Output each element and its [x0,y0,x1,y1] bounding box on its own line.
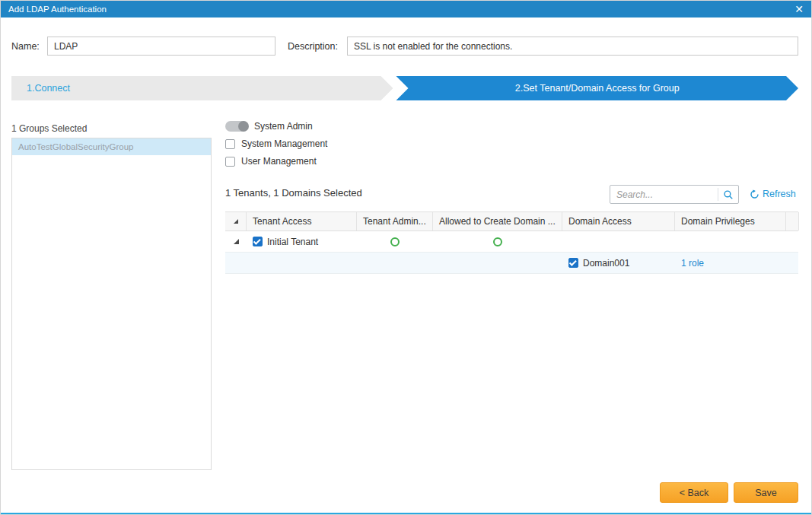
description-input[interactable] [347,37,798,56]
search-input[interactable] [610,189,718,200]
col-domain-access[interactable]: Domain Access [562,212,675,230]
role-link[interactable]: 1 role [681,258,704,269]
add-ldap-authentication-dialog: Add LDAP Authentication ✕ Name: Descript… [0,0,812,515]
spacer-cell [786,253,798,273]
refresh-button[interactable]: Refresh [750,189,796,199]
row-expander-cell[interactable] [225,231,247,252]
domain-access-checkbox[interactable] [568,258,578,268]
col-tenant-admin[interactable]: Tenant Admin... [357,212,433,230]
table-row: Domain001 1 role [225,253,798,274]
domain-access-cell: Domain001 [562,253,675,273]
system-management-checkbox[interactable] [225,139,235,149]
allowed-create-domain-cell [433,253,562,273]
step-connect-label: 1.Connect [27,83,70,94]
list-item[interactable]: AutoTestGlobalSecurityGroup [12,138,211,155]
search-box [610,185,739,204]
wizard-steps: 1.Connect 2.Set Tenant/Domain Access for… [11,76,798,100]
dialog-bottom-border [1,513,811,514]
domain-name: Domain001 [583,258,629,269]
table-empty-area [225,274,798,470]
system-management-row: System Management [225,138,327,149]
system-admin-label: System Admin [254,121,313,132]
tenant-domain-table: Tenant Access Tenant Admin... Allowed to… [225,211,798,470]
step-set-tenant-domain-access-label: 2.Set Tenant/Domain Access for Group [515,83,680,94]
description-label: Description: [288,41,338,52]
tenant-access-cell: Initial Tenant [247,231,357,252]
refresh-icon [750,189,759,199]
system-management-label: System Management [241,138,327,149]
collapse-all-header-cell[interactable] [225,212,247,230]
back-button[interactable]: < Back [660,482,728,503]
allowed-create-domain-radio[interactable] [493,237,502,246]
tenant-access-checkbox[interactable] [253,237,263,246]
expand-all-icon [234,219,238,224]
domain-privileges-cell: 1 role [675,253,786,273]
col-tenant-access[interactable]: Tenant Access [247,212,357,230]
system-admin-row: System Admin [225,121,313,132]
tenant-admin-cell [357,253,433,273]
user-management-row: User Management [225,156,317,167]
step-connect[interactable]: 1.Connect [11,76,393,100]
groups-selected-label: 1 Groups Selected [11,123,87,134]
col-spacer [786,212,799,230]
step-set-tenant-domain-access[interactable]: 2.Set Tenant/Domain Access for Group [396,76,798,100]
col-domain-privileges[interactable]: Domain Privileges [675,212,786,230]
user-management-label: User Management [241,156,317,167]
collapse-row-icon [234,239,239,244]
dialog-titlebar: Add LDAP Authentication ✕ [1,1,811,17]
toggle-knob [238,121,249,132]
system-admin-toggle[interactable] [225,121,248,132]
tenant-admin-cell [357,231,433,252]
tenant-admin-radio[interactable] [390,237,400,246]
save-button[interactable]: Save [734,482,798,503]
domain-access-cell [562,231,675,252]
domain-privileges-cell [675,231,786,252]
name-label: Name: [11,41,40,52]
user-management-checkbox[interactable] [225,157,235,167]
col-allowed-create-domain[interactable]: Allowed to Create Domain ... [433,212,562,230]
selection-summary: 1 Tenants, 1 Domains Selected [225,187,362,199]
name-input[interactable] [47,37,275,56]
tenant-name: Initial Tenant [267,237,318,247]
table-header: Tenant Access Tenant Admin... Allowed to… [225,211,798,231]
groups-list: AutoTestGlobalSecurityGroup [11,138,212,470]
refresh-label: Refresh [763,189,796,199]
spacer-cell [786,231,798,252]
tenant-access-cell [247,253,357,273]
table-row: Initial Tenant [225,231,798,253]
allowed-create-domain-cell [433,231,562,252]
search-icon[interactable] [718,188,738,201]
close-icon[interactable]: ✕ [794,4,804,14]
dialog-title: Add LDAP Authentication [8,5,107,14]
row-expander-cell [225,253,247,273]
